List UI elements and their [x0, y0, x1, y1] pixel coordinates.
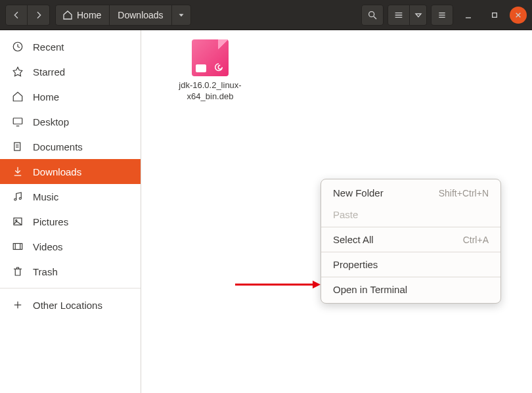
- svg-marker-6: [416, 14, 421, 17]
- svg-point-1: [369, 11, 374, 16]
- file-name-label: jdk-16.0.2_linux-x64_bin.deb: [174, 80, 246, 103]
- sidebar-item-label: Downloads: [33, 166, 81, 177]
- back-button[interactable]: [5, 5, 28, 26]
- desktop-icon: [12, 116, 24, 127]
- sidebar-item-label: Home: [33, 91, 59, 103]
- close-button[interactable]: [510, 7, 527, 24]
- sidebar-item-documents[interactable]: Documents: [0, 134, 141, 159]
- home-icon: [12, 91, 24, 103]
- path-current[interactable]: Downloads: [110, 5, 171, 25]
- hamburger-icon: [437, 10, 447, 20]
- debian-swirl-icon: [213, 62, 225, 74]
- sidebar: Recent Starred Home Desktop Documents Do…: [0, 30, 141, 393]
- list-icon: [393, 10, 404, 20]
- ctx-accel: Ctrl+A: [463, 235, 489, 245]
- ctx-label: Select All: [333, 234, 374, 245]
- ctx-open-terminal[interactable]: Open in Terminal: [321, 279, 500, 300]
- view-dropdown[interactable]: [410, 5, 427, 26]
- pictures-icon: [12, 216, 24, 227]
- sidebar-item-starred[interactable]: Starred: [0, 59, 141, 84]
- ctx-properties[interactable]: Properties: [321, 254, 500, 275]
- search-icon: [367, 10, 378, 20]
- svg-marker-32: [313, 281, 321, 289]
- sidebar-item-home[interactable]: Home: [0, 84, 141, 109]
- ctx-label: Properties: [333, 259, 378, 270]
- sidebar-item-label: Videos: [33, 241, 63, 252]
- trash-icon: [12, 266, 24, 277]
- svg-rect-16: [13, 118, 22, 124]
- sidebar-separator: [0, 288, 141, 289]
- annotation-arrow: [235, 280, 321, 289]
- svg-line-2: [374, 16, 376, 19]
- plus-icon: [12, 299, 24, 311]
- view-mode-group: [388, 5, 427, 26]
- sidebar-item-label: Pictures: [33, 216, 68, 227]
- svg-marker-15: [13, 67, 22, 76]
- sidebar-item-label: Trash: [33, 266, 58, 277]
- sidebar-item-label: Documents: [33, 141, 83, 152]
- sidebar-item-videos[interactable]: Videos: [0, 234, 141, 259]
- maximize-button[interactable]: [483, 5, 506, 26]
- ctx-select-all[interactable]: Select All Ctrl+A: [321, 229, 500, 250]
- maximize-icon: [489, 10, 500, 20]
- sidebar-item-label: Starred: [33, 66, 65, 78]
- sidebar-item-recent[interactable]: Recent: [0, 34, 141, 59]
- star-icon: [12, 66, 24, 78]
- nav-back-forward: [5, 5, 50, 26]
- sidebar-item-label: Other Locations: [33, 300, 102, 311]
- svg-point-25: [16, 220, 17, 221]
- minimize-icon: [463, 10, 474, 20]
- clock-icon: [12, 41, 24, 53]
- videos-icon: [12, 241, 24, 252]
- svg-marker-0: [179, 14, 183, 16]
- sidebar-item-downloads[interactable]: Downloads: [0, 159, 141, 184]
- svg-point-22: [14, 198, 16, 200]
- sidebar-item-music[interactable]: Music: [0, 184, 141, 209]
- home-icon: [62, 10, 73, 20]
- sidebar-item-desktop[interactable]: Desktop: [0, 109, 141, 134]
- ctx-label: Paste: [333, 209, 358, 220]
- caret-down-icon: [177, 11, 185, 19]
- path-dropdown[interactable]: [172, 5, 190, 25]
- svg-rect-11: [493, 12, 497, 17]
- path-home[interactable]: Home: [56, 5, 110, 25]
- file-item[interactable]: jdk-16.0.2_linux-x64_bin.deb: [174, 39, 246, 103]
- path-bar: Home Downloads: [55, 5, 191, 26]
- chevron-left-icon: [11, 10, 22, 20]
- ctx-new-folder[interactable]: New Folder Shift+Ctrl+N: [321, 182, 500, 204]
- sidebar-item-label: Desktop: [33, 116, 69, 127]
- ctx-label: Open in Terminal: [333, 284, 407, 295]
- chevron-right-icon: [33, 10, 44, 20]
- downloads-icon: [12, 166, 24, 177]
- ctx-label: New Folder: [333, 187, 384, 198]
- minimize-button[interactable]: [457, 5, 479, 26]
- svg-rect-26: [13, 244, 22, 250]
- caret-down-icon: [413, 10, 424, 20]
- list-view-button[interactable]: [388, 5, 410, 26]
- path-home-label: Home: [77, 10, 101, 20]
- sidebar-item-other-locations[interactable]: Other Locations: [0, 292, 141, 317]
- hamburger-menu-button[interactable]: [431, 5, 453, 26]
- sidebar-item-trash[interactable]: Trash: [0, 259, 141, 284]
- toolbar: Home Downloads: [0, 0, 532, 30]
- close-icon: [513, 10, 523, 20]
- forward-button[interactable]: [28, 5, 50, 26]
- path-current-label: Downloads: [118, 10, 163, 20]
- deb-package-icon: [192, 39, 229, 76]
- sidebar-item-pictures[interactable]: Pictures: [0, 209, 141, 234]
- documents-icon: [12, 141, 24, 152]
- svg-rect-18: [14, 143, 20, 150]
- ctx-accel: Shift+Ctrl+N: [439, 188, 489, 198]
- ctx-paste: Paste: [321, 204, 500, 225]
- ctx-separator: [321, 277, 500, 277]
- sidebar-item-label: Music: [33, 191, 58, 202]
- search-button[interactable]: [361, 5, 384, 26]
- svg-point-23: [19, 198, 21, 200]
- context-menu: New Folder Shift+Ctrl+N Paste Select All…: [321, 179, 501, 304]
- ctx-separator: [321, 252, 500, 252]
- ctx-separator: [321, 227, 500, 227]
- sidebar-item-label: Recent: [33, 41, 64, 53]
- music-icon: [12, 191, 24, 202]
